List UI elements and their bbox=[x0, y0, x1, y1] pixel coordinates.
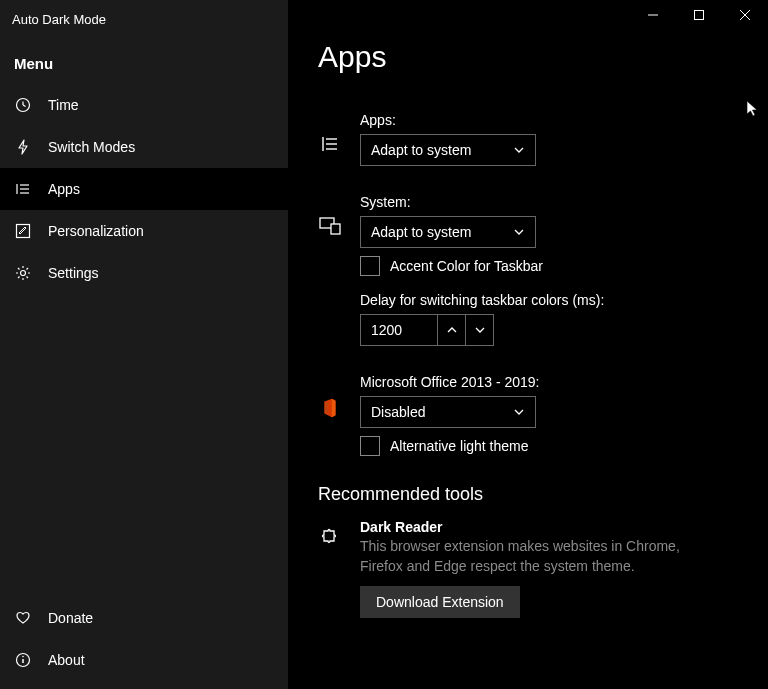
clock-icon bbox=[14, 96, 32, 114]
recommended-description: This browser extension makes websites in… bbox=[360, 537, 700, 576]
office-select-value: Disabled bbox=[371, 404, 513, 420]
chevron-down-icon bbox=[513, 144, 525, 156]
accent-label: Accent Color for Taskbar bbox=[390, 258, 543, 274]
heart-icon bbox=[14, 609, 32, 627]
recommended-heading: Recommended tools bbox=[318, 484, 738, 505]
delay-input[interactable]: 1200 bbox=[360, 314, 438, 346]
svg-rect-1 bbox=[695, 11, 704, 20]
office-select[interactable]: Disabled bbox=[360, 396, 536, 428]
sidebar-item-settings[interactable]: Settings bbox=[0, 252, 288, 294]
sidebar-item-label: Switch Modes bbox=[48, 139, 135, 155]
apps-select[interactable]: Adapt to system bbox=[360, 134, 536, 166]
apps-select-value: Adapt to system bbox=[371, 142, 513, 158]
accent-checkbox[interactable] bbox=[360, 256, 380, 276]
apps-setting-row: Apps: Adapt to system bbox=[318, 112, 738, 166]
office-icon bbox=[318, 396, 342, 420]
delay-decrement-button[interactable] bbox=[466, 314, 494, 346]
maximize-button[interactable] bbox=[676, 0, 722, 30]
apps-label: Apps: bbox=[360, 112, 738, 128]
sidebar-item-label: Settings bbox=[48, 265, 99, 281]
sidebar-item-donate[interactable]: Donate bbox=[0, 597, 288, 639]
accent-checkbox-row: Accent Color for Taskbar bbox=[360, 256, 738, 276]
system-select-value: Adapt to system bbox=[371, 224, 513, 240]
delay-spinner: 1200 bbox=[360, 314, 738, 346]
sidebar-item-apps[interactable]: Apps bbox=[0, 168, 288, 210]
sidebar-item-switch-modes[interactable]: Switch Modes bbox=[0, 126, 288, 168]
sidebar-item-label: Apps bbox=[48, 181, 80, 197]
titlebar-controls bbox=[630, 0, 768, 30]
sidebar-item-time[interactable]: Time bbox=[0, 84, 288, 126]
apps-list-icon bbox=[318, 132, 342, 156]
chevron-down-icon bbox=[513, 406, 525, 418]
gear-icon bbox=[14, 264, 32, 282]
page-title: Apps bbox=[318, 40, 738, 74]
alt-theme-label: Alternative light theme bbox=[390, 438, 529, 454]
alt-theme-checkbox[interactable] bbox=[360, 436, 380, 456]
desktop-icon bbox=[318, 214, 342, 238]
svg-line-6 bbox=[23, 105, 26, 107]
nav-list: Time Switch Modes Apps Personalization S bbox=[0, 84, 288, 597]
download-extension-button[interactable]: Download Extension bbox=[360, 586, 520, 618]
pencil-icon bbox=[14, 222, 32, 240]
office-label: Microsoft Office 2013 - 2019: bbox=[360, 374, 738, 390]
recommended-row: Dark Reader This browser extension makes… bbox=[318, 519, 738, 618]
recommended-title: Dark Reader bbox=[360, 519, 738, 535]
svg-point-12 bbox=[21, 271, 26, 276]
chevron-down-icon bbox=[513, 226, 525, 238]
close-button[interactable] bbox=[722, 0, 768, 30]
menu-heading: Menu bbox=[0, 37, 288, 84]
app-title: Auto Dark Mode bbox=[0, 8, 288, 37]
content-area: Apps Apps: Adapt to system System: Adapt… bbox=[288, 0, 768, 689]
system-setting-row: System: Adapt to system Accent Color for… bbox=[318, 194, 738, 346]
delay-label: Delay for switching taskbar colors (ms): bbox=[360, 292, 738, 308]
info-icon bbox=[14, 651, 32, 669]
office-setting-row: Microsoft Office 2013 - 2019: Disabled A… bbox=[318, 374, 738, 456]
lightning-icon bbox=[14, 138, 32, 156]
system-select[interactable]: Adapt to system bbox=[360, 216, 536, 248]
sidebar-item-label: About bbox=[48, 652, 85, 668]
svg-rect-21 bbox=[331, 224, 340, 234]
system-label: System: bbox=[360, 194, 738, 210]
puzzle-icon bbox=[318, 523, 342, 547]
sidebar: Auto Dark Mode Menu Time Switch Modes Ap… bbox=[0, 0, 288, 689]
sidebar-item-label: Time bbox=[48, 97, 79, 113]
sidebar-item-label: Donate bbox=[48, 610, 93, 626]
cursor-icon bbox=[746, 100, 760, 118]
list-icon bbox=[14, 180, 32, 198]
sidebar-item-about[interactable]: About bbox=[0, 639, 288, 681]
alt-theme-checkbox-row: Alternative light theme bbox=[360, 436, 738, 456]
delay-increment-button[interactable] bbox=[438, 314, 466, 346]
sidebar-item-label: Personalization bbox=[48, 223, 144, 239]
svg-point-15 bbox=[22, 656, 24, 658]
sidebar-bottom: Donate About bbox=[0, 597, 288, 689]
minimize-button[interactable] bbox=[630, 0, 676, 30]
sidebar-item-personalization[interactable]: Personalization bbox=[0, 210, 288, 252]
